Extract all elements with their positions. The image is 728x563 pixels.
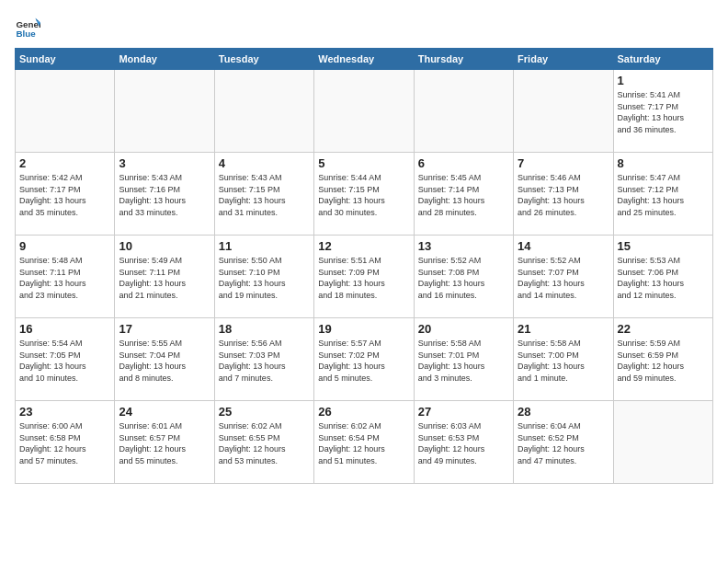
day-info: Sunrise: 5:55 AM Sunset: 7:04 PM Dayligh… <box>119 338 210 384</box>
day-cell: 9Sunrise: 5:48 AM Sunset: 7:11 PM Daylig… <box>16 236 115 318</box>
day-cell <box>514 70 613 153</box>
day-cell: 27Sunrise: 6:03 AM Sunset: 6:53 PM Dayli… <box>414 401 513 484</box>
day-info: Sunrise: 5:53 AM Sunset: 7:06 PM Dayligh… <box>618 255 709 301</box>
day-info: Sunrise: 5:52 AM Sunset: 7:08 PM Dayligh… <box>418 255 509 301</box>
day-cell <box>214 70 313 153</box>
day-number: 6 <box>418 156 509 170</box>
day-number: 2 <box>19 156 110 170</box>
day-number: 5 <box>318 156 409 170</box>
day-info: Sunrise: 5:49 AM Sunset: 7:11 PM Dayligh… <box>119 255 210 301</box>
day-info: Sunrise: 6:03 AM Sunset: 6:53 PM Dayligh… <box>418 420 509 466</box>
day-info: Sunrise: 5:52 AM Sunset: 7:07 PM Dayligh… <box>518 255 609 301</box>
day-number: 7 <box>518 156 609 170</box>
day-number: 22 <box>618 322 709 336</box>
logo: General Blue <box>15 15 40 40</box>
day-cell: 1Sunrise: 5:41 AM Sunset: 7:17 PM Daylig… <box>613 70 712 153</box>
day-number: 10 <box>119 239 210 253</box>
day-cell <box>16 70 115 153</box>
header: General Blue <box>15 15 713 40</box>
header-row: SundayMondayTuesdayWednesdayThursdayFrid… <box>16 49 713 70</box>
day-info: Sunrise: 5:58 AM Sunset: 7:00 PM Dayligh… <box>518 338 609 384</box>
day-number: 18 <box>219 322 310 336</box>
day-cell: 11Sunrise: 5:50 AM Sunset: 7:10 PM Dayli… <box>214 236 313 318</box>
week-row-4: 16Sunrise: 5:54 AM Sunset: 7:05 PM Dayli… <box>16 318 713 401</box>
column-header-thursday: Thursday <box>414 49 513 70</box>
day-cell: 6Sunrise: 5:45 AM Sunset: 7:14 PM Daylig… <box>414 153 513 236</box>
day-info: Sunrise: 5:41 AM Sunset: 7:17 PM Dayligh… <box>618 89 709 135</box>
day-cell: 14Sunrise: 5:52 AM Sunset: 7:07 PM Dayli… <box>514 236 613 318</box>
day-cell <box>414 70 513 153</box>
day-cell: 24Sunrise: 6:01 AM Sunset: 6:57 PM Dayli… <box>115 401 214 484</box>
day-info: Sunrise: 5:43 AM Sunset: 7:16 PM Dayligh… <box>119 172 210 218</box>
day-number: 28 <box>518 405 609 419</box>
column-header-monday: Monday <box>115 49 214 70</box>
day-number: 23 <box>19 405 110 419</box>
calendar-table: SundayMondayTuesdayWednesdayThursdayFrid… <box>15 48 713 484</box>
day-cell: 3Sunrise: 5:43 AM Sunset: 7:16 PM Daylig… <box>115 153 214 236</box>
day-number: 1 <box>618 74 709 87</box>
day-cell: 16Sunrise: 5:54 AM Sunset: 7:05 PM Dayli… <box>16 318 115 401</box>
day-cell: 20Sunrise: 5:58 AM Sunset: 7:01 PM Dayli… <box>414 318 513 401</box>
day-cell: 22Sunrise: 5:59 AM Sunset: 6:59 PM Dayli… <box>613 318 712 401</box>
day-info: Sunrise: 5:42 AM Sunset: 7:17 PM Dayligh… <box>19 172 110 218</box>
svg-text:Blue: Blue <box>16 29 36 39</box>
day-cell: 19Sunrise: 5:57 AM Sunset: 7:02 PM Dayli… <box>314 318 414 401</box>
day-number: 13 <box>418 239 509 253</box>
day-number: 24 <box>119 405 210 419</box>
day-number: 14 <box>518 239 609 253</box>
day-info: Sunrise: 5:59 AM Sunset: 6:59 PM Dayligh… <box>618 338 709 384</box>
week-row-3: 9Sunrise: 5:48 AM Sunset: 7:11 PM Daylig… <box>16 236 713 318</box>
column-header-friday: Friday <box>514 49 613 70</box>
day-number: 27 <box>418 405 509 419</box>
day-info: Sunrise: 5:43 AM Sunset: 7:15 PM Dayligh… <box>219 172 310 218</box>
day-info: Sunrise: 5:44 AM Sunset: 7:15 PM Dayligh… <box>318 172 409 218</box>
day-number: 16 <box>19 322 110 336</box>
day-info: Sunrise: 5:46 AM Sunset: 7:13 PM Dayligh… <box>518 172 609 218</box>
week-row-5: 23Sunrise: 6:00 AM Sunset: 6:58 PM Dayli… <box>16 401 713 484</box>
day-info: Sunrise: 6:01 AM Sunset: 6:57 PM Dayligh… <box>119 420 210 466</box>
week-row-1: 1Sunrise: 5:41 AM Sunset: 7:17 PM Daylig… <box>16 70 713 153</box>
day-cell: 12Sunrise: 5:51 AM Sunset: 7:09 PM Dayli… <box>314 236 414 318</box>
day-cell: 4Sunrise: 5:43 AM Sunset: 7:15 PM Daylig… <box>214 153 313 236</box>
day-cell: 15Sunrise: 5:53 AM Sunset: 7:06 PM Dayli… <box>613 236 712 318</box>
day-number: 20 <box>418 322 509 336</box>
day-info: Sunrise: 5:56 AM Sunset: 7:03 PM Dayligh… <box>219 338 310 384</box>
day-cell <box>613 401 712 484</box>
day-cell: 23Sunrise: 6:00 AM Sunset: 6:58 PM Dayli… <box>16 401 115 484</box>
day-info: Sunrise: 5:50 AM Sunset: 7:10 PM Dayligh… <box>219 255 310 301</box>
day-cell: 18Sunrise: 5:56 AM Sunset: 7:03 PM Dayli… <box>214 318 313 401</box>
day-cell: 25Sunrise: 6:02 AM Sunset: 6:55 PM Dayli… <box>214 401 313 484</box>
day-info: Sunrise: 5:45 AM Sunset: 7:14 PM Dayligh… <box>418 172 509 218</box>
column-header-tuesday: Tuesday <box>214 49 313 70</box>
day-cell <box>115 70 214 153</box>
day-info: Sunrise: 5:58 AM Sunset: 7:01 PM Dayligh… <box>418 338 509 384</box>
day-info: Sunrise: 6:02 AM Sunset: 6:55 PM Dayligh… <box>219 420 310 466</box>
day-info: Sunrise: 6:02 AM Sunset: 6:54 PM Dayligh… <box>318 420 409 466</box>
day-number: 17 <box>119 322 210 336</box>
logo-icon: General Blue <box>15 15 40 40</box>
day-number: 12 <box>318 239 409 253</box>
day-cell: 10Sunrise: 5:49 AM Sunset: 7:11 PM Dayli… <box>115 236 214 318</box>
day-cell: 13Sunrise: 5:52 AM Sunset: 7:08 PM Dayli… <box>414 236 513 318</box>
column-header-saturday: Saturday <box>613 49 712 70</box>
day-number: 26 <box>318 405 409 419</box>
day-number: 9 <box>19 239 110 253</box>
day-info: Sunrise: 5:48 AM Sunset: 7:11 PM Dayligh… <box>19 255 110 301</box>
day-info: Sunrise: 6:04 AM Sunset: 6:52 PM Dayligh… <box>518 420 609 466</box>
day-cell <box>314 70 414 153</box>
day-info: Sunrise: 5:54 AM Sunset: 7:05 PM Dayligh… <box>19 338 110 384</box>
day-cell: 7Sunrise: 5:46 AM Sunset: 7:13 PM Daylig… <box>514 153 613 236</box>
day-number: 4 <box>219 156 310 170</box>
day-info: Sunrise: 5:47 AM Sunset: 7:12 PM Dayligh… <box>618 172 709 218</box>
day-number: 8 <box>618 156 709 170</box>
column-header-sunday: Sunday <box>16 49 115 70</box>
column-header-wednesday: Wednesday <box>314 49 414 70</box>
day-cell: 17Sunrise: 5:55 AM Sunset: 7:04 PM Dayli… <box>115 318 214 401</box>
day-cell: 21Sunrise: 5:58 AM Sunset: 7:00 PM Dayli… <box>514 318 613 401</box>
day-cell: 26Sunrise: 6:02 AM Sunset: 6:54 PM Dayli… <box>314 401 414 484</box>
week-row-2: 2Sunrise: 5:42 AM Sunset: 7:17 PM Daylig… <box>16 153 713 236</box>
day-number: 25 <box>219 405 310 419</box>
day-cell: 2Sunrise: 5:42 AM Sunset: 7:17 PM Daylig… <box>16 153 115 236</box>
day-number: 3 <box>119 156 210 170</box>
day-number: 19 <box>318 322 409 336</box>
